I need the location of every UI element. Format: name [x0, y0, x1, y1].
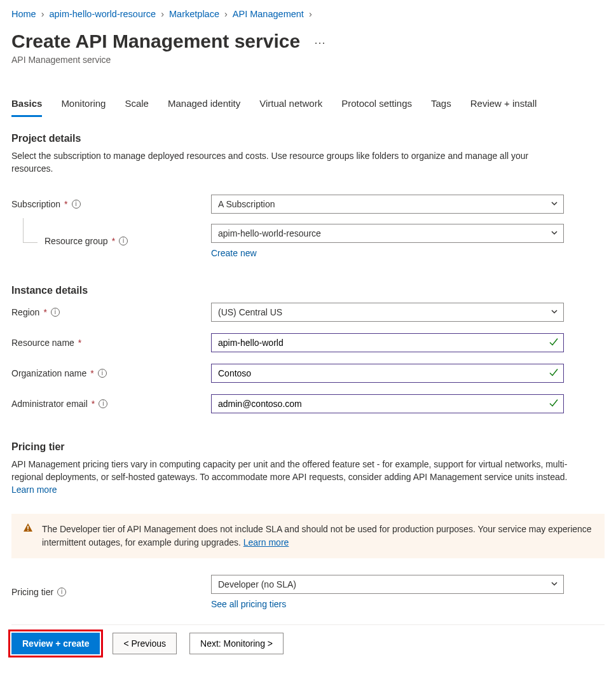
chevron-down-icon	[551, 307, 558, 317]
crumb-resource[interactable]: apim-hello-world-resource	[50, 9, 156, 19]
chevron-right-icon: ›	[224, 9, 228, 19]
required-icon: *	[92, 399, 95, 409]
required-icon: *	[90, 368, 93, 378]
chevron-down-icon	[551, 579, 558, 589]
svg-rect-1	[27, 530, 29, 531]
pricing-warning-learn-more-link[interactable]: Learn more	[243, 537, 289, 547]
info-icon[interactable]: i	[72, 200, 81, 209]
region-select[interactable]: (US) Central US	[211, 303, 564, 322]
administrator-email-input[interactable]	[211, 394, 564, 413]
create-new-rg-link[interactable]: Create new	[211, 248, 257, 258]
instance-details-heading: Instance details	[11, 285, 605, 296]
info-icon[interactable]: i	[119, 237, 128, 245]
info-icon[interactable]: i	[98, 369, 107, 378]
crumb-api-management[interactable]: API Management	[233, 9, 304, 19]
project-details-desc: Select the subscription to manage deploy…	[11, 149, 571, 175]
chevron-right-icon: ›	[41, 9, 44, 19]
resource-name-label: Resource name	[11, 338, 74, 348]
crumb-marketplace[interactable]: Marketplace	[169, 9, 219, 19]
required-icon: *	[78, 338, 81, 348]
required-icon: *	[43, 307, 46, 317]
next-button[interactable]: Next: Monitoring >	[189, 633, 284, 654]
chevron-down-icon	[551, 199, 558, 209]
pricing-tier-desc: API Management pricing tiers vary in com…	[11, 458, 571, 497]
review-create-button[interactable]: Review + create	[11, 633, 100, 654]
breadcrumb: Home › apim-hello-world-resource › Marke…	[11, 9, 605, 19]
subscription-label: Subscription	[11, 199, 60, 209]
info-icon[interactable]: i	[51, 308, 60, 317]
pricing-tier-heading: Pricing tier	[11, 441, 605, 453]
region-value: (US) Central US	[218, 307, 282, 317]
required-icon: *	[112, 236, 115, 246]
required-icon: *	[64, 199, 67, 209]
pricing-tier-select[interactable]: Developer (no SLA)	[211, 575, 564, 594]
organization-name-input[interactable]	[211, 364, 564, 383]
tab-protocol-settings[interactable]: Protocol settings	[341, 94, 412, 117]
pricing-learn-more-link[interactable]: Learn more	[11, 485, 57, 495]
administrator-email-label: Administrator email	[11, 399, 88, 409]
region-label: Region	[11, 307, 39, 317]
resource-name-input[interactable]	[211, 333, 564, 352]
warning-icon	[23, 523, 33, 537]
page-title: Create API Management service	[11, 31, 300, 52]
chevron-down-icon	[551, 228, 558, 238]
page-subtitle: API Management service	[11, 55, 605, 65]
wizard-footer: Review + create < Previous Next: Monitor…	[11, 624, 605, 667]
subscription-select[interactable]: A Subscription	[211, 195, 564, 214]
tab-monitoring[interactable]: Monitoring	[61, 94, 106, 117]
pricing-warning-text: The Developer tier of API Management doe…	[42, 524, 592, 547]
info-icon[interactable]: i	[99, 399, 107, 408]
previous-button[interactable]: < Previous	[113, 633, 177, 654]
tab-virtual-network[interactable]: Virtual network	[259, 94, 322, 117]
info-icon[interactable]: i	[57, 588, 66, 596]
resource-group-label: Resource group	[44, 236, 108, 246]
pricing-warning: The Developer tier of API Management doe…	[11, 514, 605, 558]
crumb-home[interactable]: Home	[11, 9, 36, 19]
tab-review-install[interactable]: Review + install	[470, 94, 537, 117]
more-actions-icon[interactable]: ⋯	[314, 36, 327, 50]
tab-scale[interactable]: Scale	[125, 94, 149, 117]
tab-managed-identity[interactable]: Managed identity	[168, 94, 240, 117]
chevron-right-icon: ›	[161, 9, 164, 19]
subscription-value: A Subscription	[218, 199, 275, 209]
tab-basics[interactable]: Basics	[11, 94, 42, 117]
pricing-tier-value: Developer (no SLA)	[218, 579, 296, 589]
tab-tags[interactable]: Tags	[431, 94, 451, 117]
see-all-pricing-tiers-link[interactable]: See all pricing tiers	[211, 599, 286, 609]
chevron-right-icon: ›	[309, 9, 312, 19]
resource-group-select[interactable]: apim-hello-world-resource	[211, 224, 564, 243]
tab-bar: Basics Monitoring Scale Managed identity…	[11, 94, 605, 118]
svg-rect-0	[27, 526, 29, 529]
project-details-heading: Project details	[11, 133, 605, 144]
resource-group-value: apim-hello-world-resource	[218, 228, 321, 238]
pricing-tier-label: Pricing tier	[11, 587, 53, 597]
organization-name-label: Organization name	[11, 368, 86, 378]
